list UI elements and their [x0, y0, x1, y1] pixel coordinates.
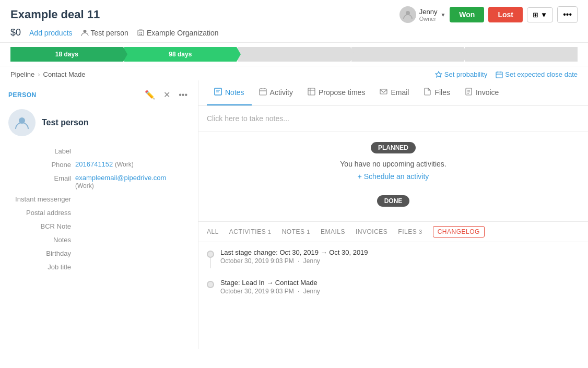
edit-person-button[interactable]: ✏️: [143, 89, 157, 101]
timeline-content-2: Stage: Lead In → Contact Made October 30…: [220, 279, 580, 295]
stage-1[interactable]: 18 days: [10, 47, 123, 62]
planned-section: PLANNED You have no upcoming activities.…: [198, 132, 588, 191]
email-field-value: exampleemail@pipedrive.com (Work): [75, 174, 190, 189]
timeline-dot-2: [207, 281, 214, 288]
field-postal: Postal address: [8, 208, 190, 217]
filter-activities[interactable]: ACTIVITIES 1: [229, 228, 272, 235]
timeline-date-1: October 30, 2019 9:03 PM: [220, 257, 294, 265]
timeline-title-2: Stage: Lead In → Contact Made: [220, 279, 580, 287]
tab-invoice-label: Invoice: [476, 88, 499, 97]
svg-rect-6: [141, 34, 142, 35]
filter-changelog[interactable]: CHANGELOG: [433, 226, 485, 238]
breadcrumb-actions: Set probability Set expected close date: [435, 70, 578, 78]
phone-link[interactable]: 2016741152: [75, 160, 113, 168]
filter-invoices[interactable]: INVOICES: [356, 228, 387, 235]
field-label: Label: [8, 147, 190, 155]
view-dropdown-icon: ▼: [540, 11, 547, 19]
timeline-item-1: Last stage change: Oct 30, 2019 → Oct 30…: [207, 248, 580, 268]
email-field-label: Email: [8, 174, 71, 182]
stage-4[interactable]: [351, 47, 464, 62]
tab-notes[interactable]: Notes: [207, 80, 252, 105]
svg-rect-10: [260, 89, 266, 95]
person-full-name: Test person: [42, 118, 89, 127]
org-name: Example Organization: [147, 29, 219, 37]
add-products-link[interactable]: Add products: [29, 29, 73, 37]
section-actions: ✏️ ✕ •••: [143, 89, 190, 101]
schedule-activity-link[interactable]: + Schedule an activity: [358, 172, 429, 181]
tab-propose-times-label: Propose times: [319, 88, 365, 97]
svg-rect-4: [141, 32, 142, 33]
tab-email[interactable]: Email: [372, 80, 416, 105]
tab-notes-label: Notes: [225, 88, 244, 97]
activity-tab-icon: [259, 88, 267, 97]
filter-notes[interactable]: NOTES 1: [282, 228, 310, 235]
filter-emails[interactable]: EMAILS: [321, 228, 345, 235]
set-probability-action[interactable]: Set probability: [435, 70, 487, 78]
field-email: Email exampleemail@pipedrive.com (Work): [8, 174, 190, 189]
person-info: Test person: [81, 29, 128, 37]
timeline-user-1: Jenny: [303, 257, 320, 265]
breadcrumb-stage: Contact Made: [43, 70, 86, 78]
owner-dropdown-icon[interactable]: ▼: [440, 12, 445, 18]
tab-files[interactable]: Files: [416, 80, 457, 105]
timeline-user-2: Jenny: [303, 288, 320, 295]
timeline: Last stage change: Oct 30, 2019 → Oct 30…: [198, 242, 588, 312]
left-panel: PERSON ✏️ ✕ ••• Test person Label Phone …: [0, 80, 198, 349]
timeline-meta-2: October 30, 2019 9:03 PM · Jenny: [220, 288, 580, 295]
notes-field-label: Notes: [8, 235, 71, 244]
breadcrumb-pipeline[interactable]: Pipeline: [10, 70, 34, 78]
more-options-button[interactable]: •••: [557, 6, 578, 23]
person-name: Test person: [91, 29, 128, 37]
svg-rect-3: [139, 32, 140, 33]
main-content: PERSON ✏️ ✕ ••• Test person Label Phone …: [0, 80, 588, 349]
tabs-row: Notes Activity Propose times Email: [198, 80, 588, 106]
stage-2-label: 98 days: [169, 51, 192, 58]
svg-point-1: [83, 30, 86, 33]
timeline-dot-1: [207, 251, 214, 258]
stage-5[interactable]: [465, 47, 578, 62]
lost-button[interactable]: Lost: [488, 7, 523, 22]
tab-files-label: Files: [434, 88, 450, 97]
email-link[interactable]: exampleemail@pipedrive.com: [75, 174, 166, 182]
tab-invoice[interactable]: Invoice: [457, 80, 506, 105]
view-toggle-button[interactable]: ⊞ ▼: [527, 7, 553, 22]
remove-person-button[interactable]: ✕: [161, 89, 172, 101]
email-tab-icon: [380, 88, 387, 97]
done-section: DONE: [198, 191, 588, 221]
won-button[interactable]: Won: [450, 7, 484, 22]
stage-3[interactable]: [238, 47, 350, 62]
person-section-title: PERSON: [8, 91, 37, 99]
tab-activity-label: Activity: [270, 88, 293, 97]
timeline-content-1: Last stage change: Oct 30, 2019 → Oct 30…: [220, 248, 580, 268]
breadcrumb-separator: ›: [38, 70, 40, 78]
header-actions: Jenny Owner ▼ Won Lost ⊞ ▼ •••: [399, 6, 578, 23]
tab-activity[interactable]: Activity: [252, 80, 300, 105]
no-activities-text: You have no upcoming activities.: [209, 160, 578, 168]
owner-info: Jenny Owner ▼: [399, 6, 446, 23]
field-birthday: Birthday: [8, 249, 190, 257]
tab-email-label: Email: [391, 88, 409, 97]
done-badge: DONE: [377, 195, 410, 207]
header: Example deal 11 Jenny Owner ▼ Won Lost ⊞: [0, 0, 588, 43]
grid-icon: ⊞: [533, 11, 538, 19]
timeline-connector-1: [210, 258, 211, 268]
filter-tabs: ALL ACTIVITIES 1 NOTES 1 EMAILS INVOICES…: [198, 221, 588, 242]
phone-field-value: 2016741152 (Work): [75, 160, 190, 168]
notes-input[interactable]: Click here to take notes...: [198, 106, 588, 132]
job-field-label: Job title: [8, 263, 71, 271]
person-avatar: [8, 109, 36, 136]
filter-all[interactable]: ALL: [207, 228, 219, 235]
tab-propose-times[interactable]: Propose times: [300, 80, 372, 105]
pipeline-bar: 18 days 98 days: [10, 47, 578, 62]
stage-2[interactable]: 98 days: [124, 47, 237, 62]
pipeline-section: 18 days 98 days: [0, 43, 588, 66]
filter-files[interactable]: FILES 3: [398, 228, 422, 235]
svg-rect-2: [138, 30, 144, 35]
birthday-field-label: Birthday: [8, 249, 71, 257]
postal-field-label: Postal address: [8, 208, 71, 217]
im-field-label: Instant messenger: [8, 195, 71, 203]
set-close-date-action[interactable]: Set expected close date: [496, 70, 578, 78]
timeline-meta-1: October 30, 2019 9:03 PM · Jenny: [220, 257, 580, 265]
more-person-button[interactable]: •••: [177, 89, 190, 101]
field-bcr: BCR Note: [8, 222, 190, 230]
